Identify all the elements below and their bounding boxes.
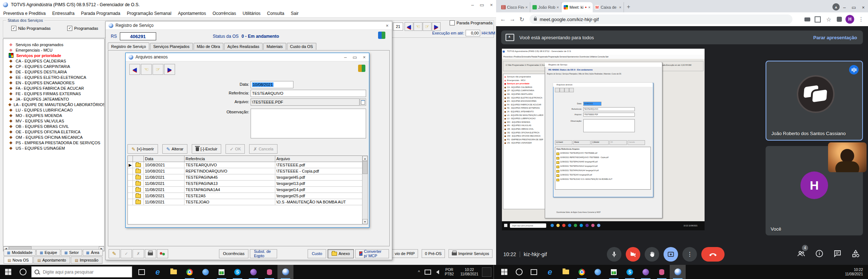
media-app-taskbar-button[interactable]	[638, 265, 654, 279]
menu-item-consulta[interactable]: Consulta	[264, 9, 287, 17]
cell-referencia[interactable]: TESTEPAGINA45	[184, 174, 275, 181]
forward-button[interactable]: →	[508, 16, 517, 23]
taskbar-search[interactable]	[31, 266, 132, 278]
tray-volume-icon[interactable]	[434, 270, 439, 274]
dialog-close-button[interactable]: ×	[360, 54, 369, 60]
table-vscrollbar[interactable]: ▲ ▼	[362, 155, 368, 225]
app-close-button[interactable]: ×	[487, 2, 496, 8]
stop-presenting-button[interactable]: Parar apresentação	[813, 35, 857, 40]
data-field[interactable]: 10/08/2021	[251, 81, 293, 88]
nova-os-tab[interactable]: ▤Nova OS	[4, 256, 33, 264]
task-view-taskbar-button[interactable]	[134, 265, 150, 279]
chart-app-taskbar-button[interactable]	[606, 265, 622, 279]
cortana-button[interactable]	[512, 265, 526, 279]
dialog-nav-last-button[interactable]: ▶	[164, 64, 175, 75]
task-view-taskbar-button[interactable]	[526, 265, 542, 279]
tab-registro-de-servico[interactable]: Registro de Serviço	[108, 43, 149, 50]
cell-data[interactable]: 10/08/2021	[144, 168, 184, 174]
cell-arquivo[interactable]: \O.S -MANUTENÇÃO NA BOMBA AUT	[275, 199, 362, 205]
browser-tab-joao-roberto-dos-santo[interactable]: João Roberto dos Santo×	[530, 2, 561, 12]
equipe-button[interactable]: ▦Equipe	[36, 249, 60, 256]
dialog-minimize-button[interactable]: –	[341, 54, 350, 60]
tree-item-ee-equipes-eletro-eletronica[interactable]: ◆EE - EQUIPES ELETRO-ELETRONICA	[3, 74, 104, 80]
edge-taskbar-button[interactable]: e	[542, 265, 558, 279]
info-button[interactable]	[815, 249, 824, 259]
chrome-taskbar-button[interactable]	[182, 265, 198, 279]
database-app-taskbar-button[interactable]	[654, 265, 670, 279]
tab-close-icon[interactable]: ×	[557, 5, 559, 9]
tab-mao-de-obra[interactable]: Mão de Obra	[194, 43, 223, 50]
menu-item-parada-programada[interactable]: Parada Programada	[78, 9, 123, 17]
end-call-button[interactable]	[701, 247, 725, 262]
cortana-button[interactable]	[16, 265, 30, 279]
tree-item-emergenciais-mcu[interactable]: ◆Emergenciais - MCU	[3, 47, 104, 53]
cell-referencia[interactable]: TESTE2A5	[184, 193, 275, 199]
parada-programada-checkbox[interactable]: Parada Programada	[450, 20, 492, 25]
tab-close-icon[interactable]: ×	[619, 5, 621, 9]
edit-button[interactable]: ✎	[109, 249, 120, 258]
reload-button[interactable]: ↻	[517, 16, 527, 23]
browser-tab-meet-kiz-hkjr-gif[interactable]: Meet: kiz-hkjr-gif●×	[561, 2, 593, 12]
file-explorer-taskbar-button[interactable]	[558, 265, 574, 279]
reading-grid-icon[interactable]	[815, 16, 821, 23]
people-button[interactable]: 4	[797, 249, 806, 259]
referencia-field[interactable]: TESTEARQUIVO	[251, 90, 366, 97]
ocorrencias-button[interactable]: Ocorrências	[219, 249, 248, 258]
column-header-referencia[interactable]: Referência	[184, 156, 275, 162]
tree-item-om-equipes-oficina-mecanica[interactable]: ◆OM - EQUIPES OFICINA MECANICA	[3, 134, 104, 140]
skype-taskbar-button[interactable]: S	[230, 265, 246, 279]
tab-close-icon[interactable]: ×	[588, 5, 591, 9]
start-button[interactable]	[496, 265, 512, 279]
tab-materiais[interactable]: Materiais	[263, 43, 286, 50]
cell-arquivo[interactable]: \tesgargel14.pdf	[275, 187, 362, 193]
totvs-app-taskbar-button[interactable]	[670, 265, 686, 279]
browse-file-button[interactable]	[360, 98, 366, 106]
tray-language[interactable]: PORPTB2	[445, 268, 454, 276]
checkbox-programadas[interactable]: ✓Programadas	[67, 26, 98, 31]
apontamento-tab[interactable]: ▤Apontamento	[33, 256, 70, 264]
tab-servicos-planejados[interactable]: Serviços Planejados	[150, 43, 193, 50]
dialog-nav-first-button[interactable]: ◀	[129, 64, 140, 75]
tree-item-servicos-por-prioridade[interactable]: Serviços por prioridade	[3, 53, 104, 58]
tree-item-lu-equipes-lubrificacao[interactable]: ◆LU - EQUIPES LUBRIFICACAO	[3, 107, 104, 113]
custo-button[interactable]: Custo	[308, 249, 326, 258]
nav-next-button[interactable]: ☞	[423, 22, 431, 31]
column-header-arquivo[interactable]: Arquivo	[275, 156, 362, 162]
browser-tab-caixa-de-entrada-37[interactable]: MCaixa de entrada (37) -×	[593, 2, 624, 12]
camera-app-taskbar-button[interactable]	[590, 265, 606, 279]
omnibox[interactable]: meet.google.com/kiz-hkjr-gif	[530, 15, 792, 24]
file-explorer-taskbar-button[interactable]	[166, 265, 182, 279]
cell-data[interactable]: 11/08/2021	[144, 174, 184, 181]
touch-keyboard-icon[interactable]	[482, 267, 491, 277]
bookmark-star-icon[interactable]: ☆	[825, 16, 832, 23]
cell-referencia[interactable]: TESTEPAGINA13	[184, 181, 275, 187]
cell-arquivo[interactable]: \tesgargel25.pdf	[275, 193, 362, 199]
camera-off-button[interactable]	[626, 247, 640, 262]
nav-first-button[interactable]: ◀	[405, 22, 413, 31]
arquivo-field[interactable]: \TESTEEEE.PDF	[251, 98, 360, 106]
tree-item-mv-equipes-valvulas[interactable]: ◆MV - EQUIPES VALVULAS	[3, 118, 104, 124]
cell-arquivo[interactable]: \TESTEEEE.pdf	[275, 162, 362, 168]
cell-referencia[interactable]: REPETINDOARQUIVO	[184, 168, 275, 174]
start-button[interactable]	[0, 265, 16, 279]
vio-de-prp-button[interactable]: vio de PRP	[392, 249, 418, 258]
tree-item-ob-equipes-obras-civil[interactable]: ◆OB - EQUIPES OBRAS CIVIL	[3, 124, 104, 129]
activities-button[interactable]	[851, 249, 860, 259]
tree-item-la-equipe-de-manutencao-laboratorios[interactable]: ◆LA - EQUIPE DE MANUTENÇÃO LABORATÓRIOS	[3, 102, 104, 107]
tray-display-icon[interactable]	[425, 270, 431, 275]
tabstrip-profile-icon[interactable]: ▲	[832, 3, 840, 11]
dialog-maximize-button[interactable]: ▭	[350, 54, 360, 60]
users-button[interactable]	[157, 249, 168, 258]
tree-item-us-equipes-usinagem[interactable]: ◆US - EQUIPES USINAGEM	[3, 145, 104, 151]
ok-button[interactable]: ✓OK	[226, 144, 245, 154]
modalidade-button[interactable]: ▦Modalidade	[4, 249, 36, 256]
cancela-button[interactable]: ✗Cancela	[249, 144, 277, 154]
cell-referencia[interactable]: TESTEJOAO	[184, 199, 275, 205]
camera-in-use-icon[interactable]	[804, 17, 810, 21]
menu-item-programacao-semanal[interactable]: Programação Semanal	[123, 9, 175, 17]
cell-data[interactable]: 11/08/2021	[144, 193, 184, 199]
raise-hand-button[interactable]	[645, 247, 659, 262]
alterar-button[interactable]: ✎Alterar	[162, 144, 187, 154]
impressao-tab[interactable]: ▤Impressão	[71, 256, 102, 264]
registro-close-button[interactable]: ×	[382, 23, 392, 28]
